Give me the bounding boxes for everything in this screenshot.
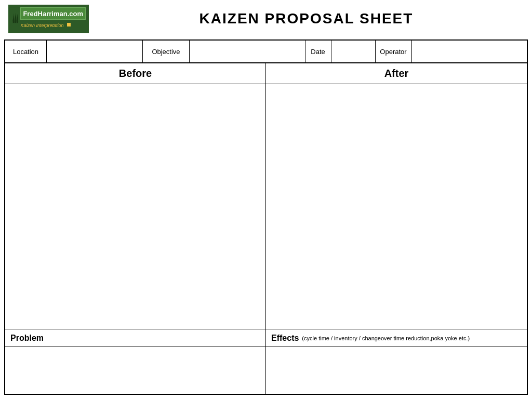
- page-title: KAIZEN PROPOSAL SHEET: [89, 10, 524, 27]
- operator-value-cell[interactable]: [412, 41, 527, 62]
- logo-site-name: FredHarriman.com: [23, 10, 83, 18]
- main-content: Location Objective Date Operator: [4, 39, 528, 395]
- date-label: Date: [304, 48, 331, 56]
- before-label: Before: [119, 68, 152, 79]
- logo: FredHarriman.com Kaizen Interpretation: [8, 5, 89, 33]
- after-content-area[interactable]: [266, 84, 527, 329]
- effects-content-area[interactable]: [266, 347, 527, 394]
- location-input[interactable]: [47, 41, 142, 62]
- effects-textarea[interactable]: [266, 347, 527, 394]
- objective-input[interactable]: [190, 41, 305, 62]
- date-value-cell[interactable]: [331, 41, 376, 62]
- header: FredHarriman.com Kaizen Interpretation K…: [0, 0, 532, 37]
- operator-label-cell: Operator: [376, 41, 412, 62]
- effects-label-cell: Effects (cycle time / inventory / change…: [266, 329, 527, 347]
- objective-label-cell: Objective: [143, 41, 190, 62]
- page: FredHarriman.com Kaizen Interpretation K…: [0, 0, 532, 399]
- before-after-headers: Before After: [5, 63, 527, 84]
- before-content-area[interactable]: [5, 84, 266, 329]
- effects-label: Effects: [271, 334, 299, 343]
- logo-square-icon: [67, 23, 71, 26]
- problem-label-cell: Problem: [5, 329, 266, 347]
- location-label-cell: Location: [5, 41, 47, 62]
- problem-effects-header: Problem Effects (cycle time / inventory …: [5, 329, 527, 347]
- info-row: Location Objective Date Operator: [5, 41, 527, 63]
- before-textarea[interactable]: [5, 84, 265, 329]
- after-header: After: [266, 63, 527, 84]
- effects-detail: (cycle time / inventory / changeover tim…: [302, 335, 470, 341]
- problem-effects-content: [5, 347, 527, 394]
- objective-value-cell[interactable]: [190, 41, 305, 62]
- logo-text: FredHarriman.com Kaizen Interpretation: [20, 7, 86, 29]
- after-textarea[interactable]: [266, 84, 527, 329]
- objective-label: Objective: [145, 48, 186, 56]
- problem-content-area[interactable]: [5, 347, 266, 394]
- before-after-content: [5, 84, 527, 329]
- problem-textarea[interactable]: [5, 347, 265, 394]
- location-value-cell[interactable]: [47, 41, 143, 62]
- logo-grass-icon: [11, 7, 20, 30]
- date-input[interactable]: [331, 41, 375, 62]
- before-header: Before: [5, 63, 266, 84]
- operator-label: Operator: [374, 48, 413, 56]
- logo-subtitle: Kaizen Interpretation: [20, 23, 63, 28]
- location-label: Location: [7, 48, 45, 56]
- date-label-cell: Date: [305, 41, 331, 62]
- after-label: After: [384, 68, 409, 79]
- operator-input[interactable]: [412, 41, 527, 62]
- problem-label: Problem: [10, 334, 44, 343]
